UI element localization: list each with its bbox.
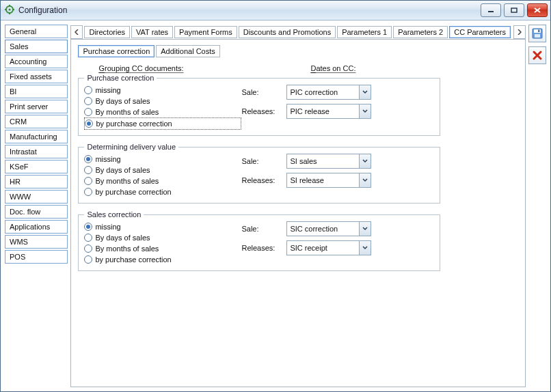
radio-label: By months of sales xyxy=(95,244,159,253)
tab-label: Parameters 2 xyxy=(398,28,443,36)
sidebar-item-pos[interactable]: POS xyxy=(5,250,68,264)
tab-label: Discounts and Promotions xyxy=(243,28,331,36)
sidebar-item-doc-flow[interactable]: Doc. flow xyxy=(5,205,68,219)
radio-missing[interactable]: missing xyxy=(84,154,241,165)
radio-by-purchase-correction[interactable]: by purchase correction xyxy=(84,117,241,130)
group-legend: Determining delivery value xyxy=(84,143,178,151)
tab-scroll-right[interactable] xyxy=(513,25,526,39)
tab-directories[interactable]: Directories xyxy=(84,26,130,38)
save-button[interactable] xyxy=(528,25,546,42)
radio-icon xyxy=(84,188,92,196)
sale-dropdown[interactable]: PIC correction xyxy=(286,85,371,100)
tab-label: CC Parameters xyxy=(454,28,506,36)
tab-parameters-2[interactable]: Parameters 2 xyxy=(393,26,448,38)
releases-dropdown[interactable]: SI release xyxy=(286,173,371,188)
radio-by-days-of-sales[interactable]: By days of sales xyxy=(84,165,241,176)
radio-by-days-of-sales[interactable]: By days of sales xyxy=(84,96,241,107)
sidebar-item-general[interactable]: General xyxy=(5,25,68,38)
maximize-button[interactable] xyxy=(504,3,524,17)
content-pane: Purchase correctionAdditional Costs Grou… xyxy=(70,39,526,387)
close-button[interactable] xyxy=(527,3,548,17)
radio-icon xyxy=(84,177,92,185)
sidebar-item-label: Doc. flow xyxy=(10,208,40,216)
group-determining-delivery-value: Determining delivery valuemissingBy days… xyxy=(78,143,440,204)
radio-missing[interactable]: missing xyxy=(84,221,241,232)
dropdown-value: PIC correction xyxy=(287,85,359,99)
tab-scroll-left[interactable] xyxy=(70,25,83,39)
sidebar-item-label: Intrastat xyxy=(10,148,37,156)
sidebar-item-label: WWW xyxy=(10,193,31,201)
sidebar-item-crm[interactable]: CRM xyxy=(5,115,68,128)
dropdown-value: SI sales xyxy=(287,154,359,168)
sidebar-item-fixed-assets[interactable]: Fixed assets xyxy=(5,70,68,83)
radio-icon xyxy=(84,255,92,264)
minimize-button[interactable] xyxy=(481,3,501,17)
sidebar-item-label: CRM xyxy=(10,117,27,126)
sidebar-item-intrastat[interactable]: Intrastat xyxy=(5,145,68,158)
releases-label: Releases: xyxy=(241,107,282,115)
sidebar-item-label: BI xyxy=(10,87,16,96)
radio-icon xyxy=(84,166,92,174)
subtab-label: Purchase correction xyxy=(83,47,150,55)
groups-host: Purchase correctionmissingBy days of sal… xyxy=(78,74,518,271)
radio-label: By months of sales xyxy=(95,177,159,185)
header-grouping: Grouping CC documents: xyxy=(98,64,183,72)
sidebar-item-applications[interactable]: Applications xyxy=(5,220,68,234)
sale-label: Sale: xyxy=(241,225,282,233)
radio-icon xyxy=(84,223,92,231)
radio-by-months-of-sales[interactable]: By months of sales xyxy=(84,176,241,186)
main-tabs: DirectoriesVAT ratesPayment FormsDiscoun… xyxy=(84,26,511,38)
right-rail xyxy=(528,25,546,387)
chevron-down-icon xyxy=(359,104,371,118)
tab-label: Directories xyxy=(89,28,125,36)
chevron-down-icon xyxy=(359,154,371,168)
group-sales-correction: Sales correctionmissingBy days of salesB… xyxy=(78,210,440,271)
dropdown-value: SIC correction xyxy=(287,222,359,236)
radio-by-days-of-sales[interactable]: By days of sales xyxy=(84,232,241,243)
radio-by-purchase-correction[interactable]: by purchase correction xyxy=(84,186,241,197)
sidebar-item-hr[interactable]: HR xyxy=(5,175,68,188)
radio-label: by purchase correction xyxy=(95,255,171,264)
gear-icon xyxy=(5,5,14,16)
radio-by-purchase-correction[interactable]: by purchase correction xyxy=(84,254,241,265)
sidebar-item-manufacturing[interactable]: Manufacturing xyxy=(5,130,68,143)
sidebar-item-www[interactable]: WWW xyxy=(5,190,68,204)
sidebar-item-wms[interactable]: WMS xyxy=(5,235,68,249)
window-title: Configuration xyxy=(18,5,476,15)
sidebar-item-ksef[interactable]: KSeF xyxy=(5,160,68,173)
radio-icon xyxy=(84,86,92,94)
sidebar-item-accounting[interactable]: Accounting xyxy=(5,55,68,68)
sidebar-item-bi[interactable]: BI xyxy=(5,85,68,98)
radio-label: by purchase correction xyxy=(95,188,171,196)
radio-icon xyxy=(85,120,93,128)
sidebar-item-print-server[interactable]: Print server xyxy=(5,100,68,113)
tab-discounts-and-promotions[interactable]: Discounts and Promotions xyxy=(239,26,336,38)
chevron-down-icon xyxy=(359,241,371,255)
radio-missing[interactable]: missing xyxy=(84,85,241,96)
tab-payment-forms[interactable]: Payment Forms xyxy=(174,26,237,38)
releases-dropdown[interactable]: PIC release xyxy=(286,104,371,119)
group-legend: Purchase correction xyxy=(84,74,157,82)
subtab-purchase-correction[interactable]: Purchase correction xyxy=(78,45,154,57)
radio-label: by purchase correction xyxy=(96,120,172,128)
sidebar-item-sales[interactable]: Sales xyxy=(5,40,68,53)
radio-label: By days of sales xyxy=(95,166,150,174)
svg-point-1 xyxy=(9,9,11,11)
group-headers: Grouping CC documents: Dates on CC: xyxy=(98,64,518,72)
sale-dropdown[interactable]: SIC correction xyxy=(286,221,371,236)
radio-by-months-of-sales[interactable]: By months of sales xyxy=(84,243,241,254)
cancel-button[interactable] xyxy=(528,46,546,64)
tab-parameters-1[interactable]: Parameters 1 xyxy=(337,26,392,38)
sale-dropdown[interactable]: SI sales xyxy=(286,154,371,169)
tab-vat-rates[interactable]: VAT rates xyxy=(131,26,173,38)
header-dates: Dates on CC: xyxy=(310,64,355,72)
body-area: GeneralSalesAccountingFixed assetsBIPrin… xyxy=(1,20,550,391)
subtab-additional-costs[interactable]: Additional Costs xyxy=(156,45,220,57)
sale-label: Sale: xyxy=(241,157,282,165)
radio-label: missing xyxy=(95,155,120,163)
radio-by-months-of-sales[interactable]: By months of sales xyxy=(84,107,241,117)
releases-dropdown[interactable]: SIC receipt xyxy=(286,240,371,255)
tab-cc-parameters[interactable]: CC Parameters xyxy=(449,26,511,38)
sidebar-item-label: WMS xyxy=(10,238,28,246)
dropdown-value: PIC release xyxy=(287,104,359,118)
